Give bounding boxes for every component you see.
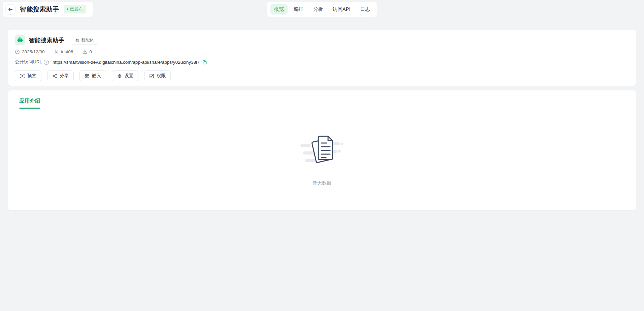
- app-name: 智能搜索助手: [29, 36, 64, 44]
- robot-outline-icon: [75, 38, 79, 43]
- question-circle-icon[interactable]: ?: [44, 60, 49, 65]
- share-button[interactable]: 分享: [47, 70, 74, 81]
- arrow-left-icon: [8, 7, 13, 12]
- header-title-group: 智能搜索助手 已发布: [3, 2, 93, 17]
- tab-analysis[interactable]: 分析: [310, 4, 327, 15]
- window-code-icon: [85, 74, 90, 79]
- scan-eye-icon: [20, 74, 25, 79]
- tab-overview[interactable]: 概览: [270, 4, 288, 15]
- app-type-label: 智能体: [81, 37, 94, 43]
- copy-url-button[interactable]: [202, 60, 207, 65]
- owner: test06: [54, 49, 73, 54]
- status-dot-icon: [67, 8, 68, 10]
- back-button[interactable]: [5, 4, 15, 15]
- status-badge: 已发布: [64, 5, 86, 13]
- embed-button[interactable]: 嵌入: [79, 70, 106, 81]
- document-stack-icon: [300, 133, 344, 171]
- permission-button[interactable]: 权限: [144, 70, 171, 81]
- page-title: 智能搜索助手: [20, 5, 59, 14]
- settings-button[interactable]: 设置: [112, 70, 138, 81]
- app-info-card: 智能搜索助手 智能体 2025/12/30: [8, 30, 636, 86]
- owner-value: test06: [61, 49, 73, 54]
- share-icon: [52, 74, 57, 79]
- gear-icon: [117, 74, 122, 79]
- app-intro-card: 应用介绍: [8, 90, 636, 210]
- download-count: 0: [82, 49, 92, 54]
- user-icon: [54, 49, 59, 54]
- empty-state-text: 暂无数据: [313, 180, 331, 186]
- main-tabs: 概览 编排 分析 访问API 日志: [267, 2, 377, 17]
- key-box-icon: [149, 74, 154, 79]
- app-robot-icon: [15, 35, 25, 45]
- permission-label: 权限: [157, 73, 166, 79]
- clock-icon: [15, 49, 20, 54]
- created-date-value: 2025/12/30: [22, 49, 45, 54]
- tab-orchestrate[interactable]: 编排: [290, 4, 307, 15]
- public-url-value: https://smartvision-dev.digitalchina.com…: [53, 60, 199, 65]
- status-label: 已发布: [70, 6, 83, 12]
- empty-state: 暂无数据: [8, 133, 636, 186]
- download-icon: [82, 49, 87, 54]
- download-count-value: 0: [89, 49, 92, 54]
- settings-label: 设置: [124, 73, 133, 79]
- public-url-label: 公开访问URL: [15, 59, 42, 65]
- preview-button[interactable]: 预览: [15, 70, 41, 81]
- share-label: 分享: [60, 73, 69, 79]
- preview-label: 预览: [27, 73, 36, 79]
- tab-access-api[interactable]: 访问API: [329, 4, 354, 15]
- tab-app-intro[interactable]: 应用介绍: [19, 97, 40, 109]
- tab-logs[interactable]: 日志: [356, 4, 374, 15]
- copy-icon: [202, 60, 207, 65]
- app-type-badge: 智能体: [72, 36, 97, 45]
- embed-label: 嵌入: [92, 73, 101, 79]
- created-date: 2025/12/30: [15, 49, 45, 54]
